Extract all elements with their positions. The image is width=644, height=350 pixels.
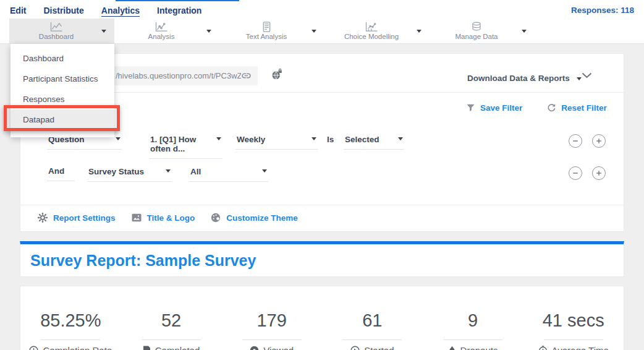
stat-viewed: 179 Viewed — [221, 311, 322, 350]
top-blue-strip — [116, 0, 239, 1]
divider — [443, 339, 502, 340]
link-icon[interactable] — [241, 70, 252, 81]
divider — [342, 339, 402, 340]
toolbar-item-label: Analysis — [148, 33, 175, 40]
eye-icon — [250, 346, 259, 350]
reset-filter-button[interactable]: Reset Filter — [547, 103, 607, 113]
app-root: Edit Distribute Analytics Integration Re… — [0, 0, 644, 350]
nav-tab-analytics[interactable]: Analytics — [101, 4, 140, 15]
chevron-down-icon — [311, 30, 316, 33]
title-logo-label: Title & Logo — [147, 213, 195, 223]
analytics-toolbar: Dashboard Analysis — [0, 19, 644, 44]
filter-status-select[interactable]: Survey Status — [87, 166, 172, 182]
menu-item-participant-statistics[interactable]: Participant Statistics — [11, 69, 114, 89]
stat-completion-rate: 85.25% Completion Rate — [20, 311, 121, 350]
palette-icon — [211, 213, 221, 223]
caret-down-icon — [216, 137, 221, 140]
divider — [142, 339, 201, 340]
caret-down-icon — [311, 137, 316, 140]
stat-started: 61 Started — [322, 311, 423, 350]
stat-value: 9 — [468, 311, 478, 331]
toolbar-item-dashboard[interactable]: Dashboard — [9, 19, 114, 43]
caret-down-icon — [398, 137, 403, 140]
document-icon — [259, 22, 274, 32]
stat-value: 52 — [161, 311, 181, 331]
filter-condition-select[interactable]: Selected — [344, 134, 404, 150]
filter-actions: Save Filter Reset Filter — [467, 103, 607, 113]
save-filter-label: Save Filter — [480, 103, 522, 113]
stat-completed: 52 Completed — [121, 311, 222, 350]
funnel-icon — [467, 104, 475, 112]
nav-tab-distribute[interactable]: Distribute — [43, 4, 83, 15]
collapse-panel-button[interactable] — [582, 72, 592, 79]
stat-value: 41 secs — [543, 311, 604, 331]
toolbar-item-label: Choice Modelling — [344, 33, 399, 40]
refresh-icon — [547, 104, 556, 113]
line-chart-icon — [49, 22, 64, 32]
database-icon — [470, 22, 483, 32]
nav-tab-integration[interactable]: Integration — [157, 4, 201, 15]
chevron-down-icon — [206, 30, 211, 33]
filter-status-value-value: All — [190, 167, 201, 176]
filter-status-value-select[interactable]: All — [189, 166, 268, 182]
toolbar-item-label: Dashboard — [39, 33, 74, 40]
stat-value: 85.25% — [40, 311, 101, 331]
filter-operator-label: Is — [327, 135, 334, 144]
timer-icon — [538, 346, 548, 350]
annotation-highlight-box — [4, 105, 120, 131]
reset-filter-label: Reset Filter — [561, 103, 607, 113]
toolbar-item-manage-data[interactable]: Manage Data — [430, 19, 535, 43]
filter-question-select[interactable]: 1. [Q1] How often d... — [149, 134, 222, 159]
toolbar-item-label: Text Analysis — [246, 33, 287, 40]
add-filter-row-button[interactable] — [592, 166, 606, 180]
top-nav: Edit Distribute Analytics Integration Re… — [0, 0, 644, 19]
stat-label: Viewed — [263, 345, 294, 350]
stat-label: Completed — [155, 345, 200, 350]
customize-theme-button[interactable]: Customize Theme — [211, 213, 298, 223]
globe-lock-icon[interactable] — [271, 69, 282, 80]
filter-answer-value: Weekly — [237, 135, 265, 144]
chevron-down-icon — [101, 30, 106, 33]
chevron-down-icon — [417, 30, 422, 33]
stat-label: Dropouts — [460, 345, 498, 350]
responses-count: Responses: 118 — [571, 4, 634, 15]
toolbar-item-text-analysis[interactable]: Text Analysis — [219, 19, 324, 43]
drop-icon — [448, 346, 456, 350]
report-title-panel: Survey Report: Sample Survey — [20, 241, 624, 277]
gear-icon — [38, 213, 48, 223]
stat-average-time: 41 secs Average Time — [523, 311, 624, 350]
play-circle-icon — [350, 346, 360, 350]
filter-question-value: 1. [Q1] How often d... — [150, 135, 216, 153]
chevron-down-icon — [522, 30, 527, 33]
download-data-reports-button[interactable]: Download Data & Reports — [467, 74, 582, 83]
divider — [544, 339, 603, 340]
filter-status-value: Survey Status — [88, 167, 144, 176]
remove-filter-row-button[interactable] — [569, 134, 582, 148]
chevron-down-icon — [577, 77, 582, 80]
filter-answer-select[interactable]: Weekly — [235, 134, 318, 150]
customize-theme-label: Customize Theme — [226, 213, 298, 223]
toolbar-item-choice-modelling[interactable]: Choice Modelling — [324, 19, 430, 43]
page-title: Survey Report: Sample Survey — [30, 252, 256, 270]
report-settings-button[interactable]: Report Settings — [38, 213, 116, 223]
filter-conjunction-label: And — [47, 166, 75, 181]
divider — [41, 339, 100, 340]
caret-down-icon — [262, 169, 267, 173]
menu-item-dashboard[interactable]: Dashboard — [11, 48, 114, 69]
save-filter-button[interactable]: Save Filter — [467, 103, 522, 113]
report-settings-label: Report Settings — [53, 213, 116, 223]
divider — [20, 205, 624, 205]
stat-label: Started — [364, 345, 394, 350]
caret-down-icon — [166, 169, 171, 173]
remove-filter-row-button[interactable] — [569, 166, 582, 180]
title-logo-button[interactable]: Title & Logo — [132, 213, 195, 223]
trend-chart-icon — [154, 22, 169, 32]
bar-line-chart-icon — [364, 22, 379, 32]
nav-tab-edit[interactable]: Edit — [10, 4, 26, 15]
caret-down-icon — [116, 137, 121, 140]
document-icon — [143, 346, 151, 350]
report-settings-row: Report Settings Title & Logo Cus — [38, 213, 298, 223]
toolbar-item-analysis[interactable]: Analysis — [114, 19, 219, 43]
add-filter-row-button[interactable] — [592, 134, 606, 148]
stat-label: Average Time — [552, 345, 609, 350]
